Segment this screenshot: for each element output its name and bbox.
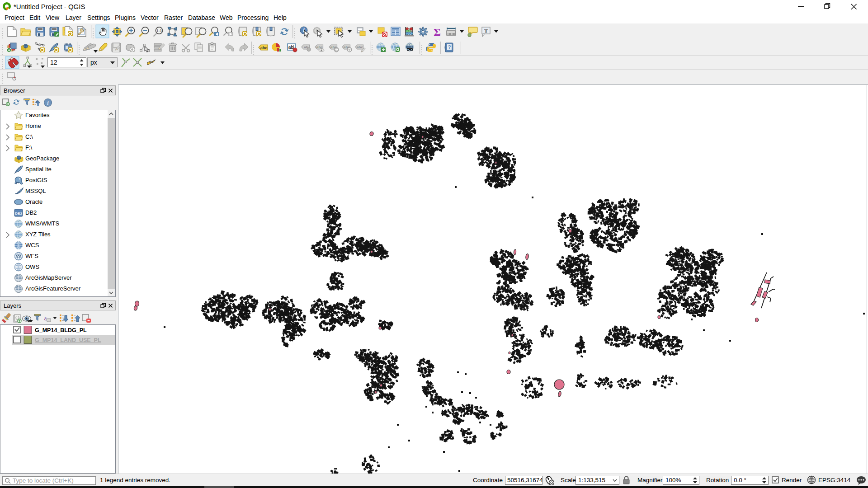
svg-text:XYZ Tiles: XYZ Tiles [25,231,51,238]
svg-text:SpatiaLite: SpatiaLite [25,166,52,173]
svg-text:GeoPackage: GeoPackage [25,155,59,162]
svg-text:Home: Home [25,122,41,129]
svg-text:WMS/WMTS: WMS/WMTS [25,220,59,227]
svg-text:G_MP14_LAND_USE_PL: G_MP14_LAND_USE_PL [35,337,101,343]
svg-text:1:1: 1:1 [156,28,162,33]
svg-text:abc: abc [260,46,268,50]
svg-text:DB2: DB2 [15,211,23,216]
svg-text:Σ: Σ [434,26,441,38]
svg-text:DB2: DB2 [25,209,37,216]
svg-text:WCS: WCS [25,242,39,249]
svg-text:ArcGisMapServer: ArcGisMapServer [25,274,72,281]
svg-text:Favorites: Favorites [25,112,50,118]
svg-text:abc: abc [357,45,363,49]
svg-text:MSSQL: MSSQL [25,188,46,194]
svg-text:Oracle: Oracle [25,198,42,205]
svg-text:G_MP14_BLDG_PL: G_MP14_BLDG_PL [35,327,87,333]
svg-text:T: T [484,27,488,34]
svg-text:C:\: C:\ [25,133,33,140]
svg-text:ArcGisFeatureServer: ArcGisFeatureServer [25,285,81,292]
svg-text:F:\: F:\ [25,144,33,151]
svg-text:ab: ab [288,45,294,50]
svg-text:?: ? [448,44,451,50]
svg-text:OWS: OWS [25,263,39,270]
svg-text:WFS: WFS [25,253,38,259]
svg-text:PostGIS: PostGIS [25,177,47,183]
